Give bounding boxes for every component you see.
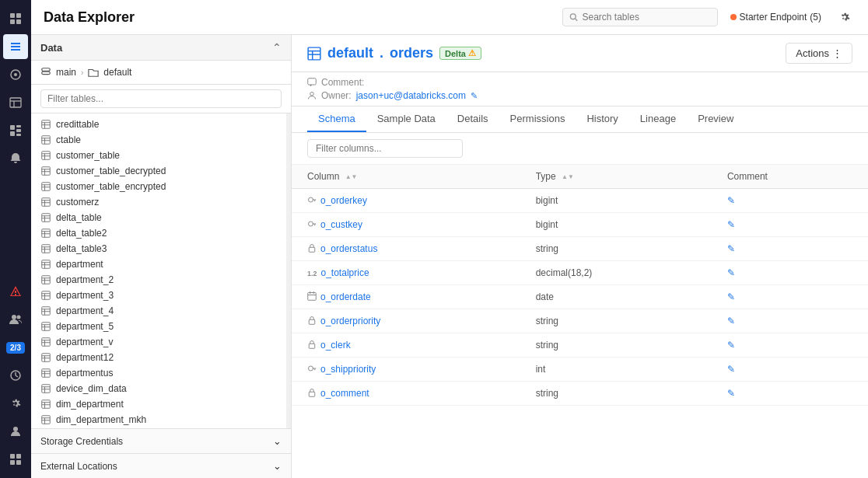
table-item-icon	[40, 197, 51, 208]
table-list-item[interactable]: delta_table2	[31, 225, 291, 241]
svg-rect-64	[42, 260, 51, 269]
nav-target-icon[interactable]	[3, 62, 28, 87]
nav-table-icon[interactable]	[3, 90, 28, 115]
table-list-item[interactable]: department_v	[31, 334, 291, 350]
edit-comment-icon[interactable]: ✎	[727, 340, 735, 351]
table-list-item[interactable]: device_dim_data	[31, 381, 291, 396]
actions-button[interactable]: Actions ⋮	[786, 43, 852, 64]
table-item-icon	[40, 134, 51, 145]
nav-blocks-icon[interactable]	[3, 118, 28, 143]
table-list-item[interactable]: department12	[31, 350, 291, 365]
table-list-item[interactable]: delta_table	[31, 210, 291, 225]
col-name-link[interactable]: o_totalprice	[321, 267, 369, 278]
tab-sample-data[interactable]: Sample Data	[366, 106, 446, 132]
table-list-item[interactable]: delta_table3	[31, 241, 291, 256]
delta-badge: Delta ⚠	[439, 47, 481, 60]
table-list-items: credittable ctable customer_table	[31, 113, 291, 428]
edit-comment-icon[interactable]: ✎	[727, 267, 735, 278]
storage-credentials-section[interactable]: Storage Credentials ⌄	[31, 428, 291, 453]
svg-rect-96	[42, 385, 51, 393]
table-item-name: department12	[56, 352, 114, 363]
col-name-link[interactable]: o_shippriority	[320, 364, 376, 375]
col-name-link[interactable]: o_orderpriority	[320, 316, 380, 326]
edit-owner-icon[interactable]: ✎	[471, 91, 478, 101]
tab-details[interactable]: Details	[446, 106, 499, 132]
content-title: default.orders Delta ⚠	[307, 45, 481, 61]
edit-comment-icon[interactable]: ✎	[727, 219, 735, 230]
owner-email[interactable]: jason+uc@databricks.com	[356, 90, 466, 101]
col-name-link[interactable]: o_orderstatus	[320, 243, 377, 254]
col-name-link[interactable]: o_orderkey	[320, 195, 367, 206]
nav-grid-icon[interactable]	[3, 6, 28, 31]
svg-rect-11	[10, 131, 15, 136]
table-list-item[interactable]: customerz	[31, 194, 291, 210]
collapse-panel-btn[interactable]: ⌃	[272, 41, 282, 54]
edit-comment-icon[interactable]: ✎	[727, 243, 735, 254]
type-sort-icon[interactable]: ▲▼	[562, 174, 574, 180]
table-list-item[interactable]: department_3	[31, 288, 291, 303]
tree-main-label: main	[56, 67, 76, 78]
svg-rect-68	[42, 276, 51, 284]
nav-people-icon[interactable]	[3, 307, 28, 332]
column-type-cell: decimal(18,2)	[520, 261, 712, 285]
edit-comment-icon[interactable]: ✎	[727, 291, 735, 302]
table-list-item[interactable]: department	[31, 256, 291, 272]
edit-comment-icon[interactable]: ✎	[727, 364, 735, 375]
col-name-link[interactable]: o_custkey	[320, 219, 362, 230]
col-name-link[interactable]: o_clerk	[320, 340, 351, 351]
filter-tables-input[interactable]	[40, 89, 282, 108]
edit-comment-icon[interactable]: ✎	[727, 316, 735, 326]
search-box[interactable]	[562, 8, 718, 26]
nav-settings-icon[interactable]	[3, 391, 28, 416]
tree-nav-main[interactable]: main › default	[40, 67, 282, 78]
table-list-item[interactable]: customer_table_encrypted	[31, 179, 291, 194]
nav-bell-icon[interactable]	[3, 146, 28, 171]
nav-person-icon[interactable]	[3, 419, 28, 444]
nav-data-icon[interactable]	[3, 34, 28, 59]
table-item-name: customerz	[56, 197, 99, 208]
search-input[interactable]	[583, 12, 711, 23]
nav-grid-bottom-icon[interactable]	[3, 447, 28, 472]
table-list-item[interactable]: departmentus	[31, 365, 291, 381]
table-item-name: customer_table	[56, 150, 120, 161]
table-list-item[interactable]: dim_employee	[31, 427, 291, 428]
svg-rect-84	[42, 338, 51, 347]
table-list-item[interactable]: customer_table_decrypted	[31, 163, 291, 179]
table-list-item[interactable]: department_2	[31, 272, 291, 288]
table-list-item[interactable]: customer_table	[31, 148, 291, 163]
table-list-item[interactable]: ctable	[31, 132, 291, 148]
settings-header-icon[interactable]	[834, 6, 856, 28]
svg-point-141	[309, 222, 313, 226]
table-list-item[interactable]: department_4	[31, 303, 291, 319]
column-type-value: decimal(18,2)	[536, 267, 593, 278]
svg-rect-20	[10, 454, 15, 459]
svg-rect-88	[42, 354, 51, 362]
external-locations-section[interactable]: External Locations ⌄	[31, 453, 291, 478]
table-list-item[interactable]: dim_department_mkh	[31, 412, 291, 427]
app-area: Data Explorer Starter Endpoint (5) Data …	[31, 0, 868, 478]
tab-preview[interactable]: Preview	[687, 106, 744, 132]
table-list-item[interactable]: dim_department	[31, 396, 291, 412]
edit-comment-icon[interactable]: ✎	[727, 388, 735, 399]
column-comment-cell: ✎	[712, 213, 868, 237]
filter-columns-input[interactable]	[307, 139, 463, 158]
col-name-link[interactable]: o_orderdate	[320, 291, 371, 302]
table-item-name: device_dim_data	[56, 383, 127, 394]
table-list-item[interactable]: credittable	[31, 117, 291, 132]
scrollbar-track[interactable]	[286, 113, 291, 428]
tab-history[interactable]: History	[576, 106, 628, 132]
col-type-icon: 1.2	[307, 268, 317, 277]
column-sort-icon[interactable]: ▲▼	[345, 174, 358, 180]
tab-permissions[interactable]: Permissions	[499, 106, 576, 132]
svg-rect-36	[42, 152, 51, 160]
svg-rect-72	[42, 291, 51, 300]
svg-rect-1	[16, 13, 21, 18]
table-item-name: delta_table3	[56, 243, 107, 254]
edit-comment-icon[interactable]: ✎	[727, 195, 735, 206]
col-name-link[interactable]: o_comment	[320, 388, 369, 399]
nav-alert-icon[interactable]	[3, 279, 28, 304]
tab-schema[interactable]: Schema	[307, 106, 366, 132]
table-list-item[interactable]: department_5	[31, 319, 291, 334]
tab-lineage[interactable]: Lineage	[629, 106, 687, 132]
nav-clock-icon[interactable]	[3, 363, 28, 388]
